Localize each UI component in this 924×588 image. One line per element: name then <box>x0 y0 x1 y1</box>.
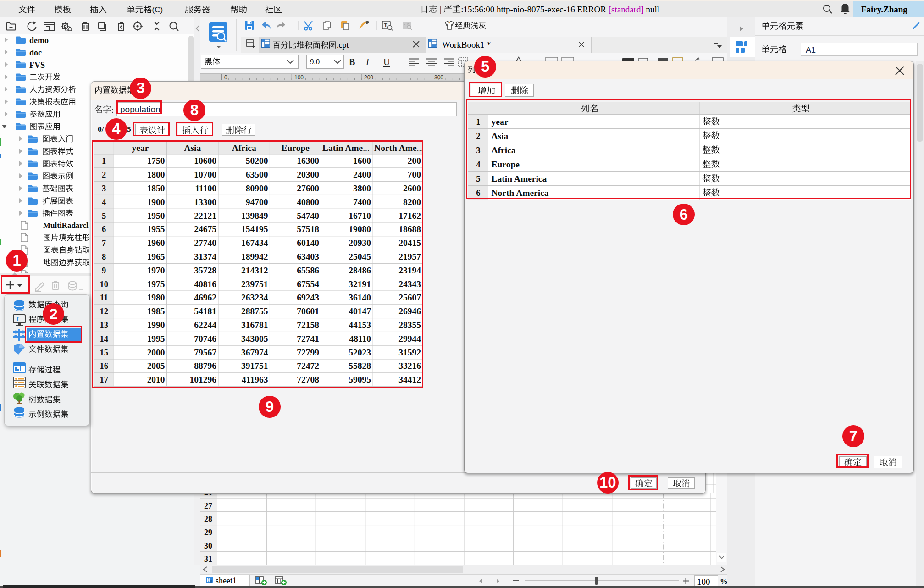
svg-text:I: I <box>17 316 19 322</box>
svg-text:30: 30 <box>204 541 212 550</box>
svg-text:27: 27 <box>204 501 212 510</box>
svg-text:0: 0 <box>224 74 227 81</box>
svg-text:28: 28 <box>204 515 212 524</box>
svg-text:100: 100 <box>294 74 304 81</box>
svg-text:29: 29 <box>204 528 212 537</box>
svg-text:300: 300 <box>434 74 443 81</box>
svg-text:200: 200 <box>364 74 373 81</box>
svg-text:T: T <box>384 22 387 28</box>
svg-text:31: 31 <box>204 555 212 564</box>
